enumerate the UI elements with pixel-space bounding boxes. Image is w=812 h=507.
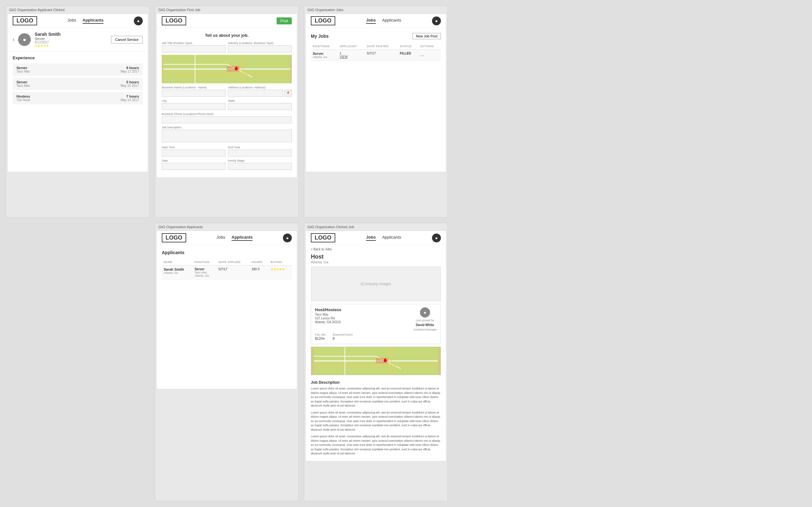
expected-hours-item: Expected hours: 8: [333, 333, 353, 341]
screen-jobs: GiiG Organization Jobs LOGO Jobs Applica…: [304, 6, 448, 218]
nav-applicants-clicked[interactable]: Applicants: [382, 235, 401, 241]
new-job-button[interactable]: New Job Post: [412, 33, 441, 39]
job-title-input[interactable]: [162, 45, 225, 52]
back-arrow-icon[interactable]: ‹: [13, 37, 14, 43]
exp-hours-0: 8 hours: [120, 66, 139, 70]
exp-hours-2: 7 hours: [120, 95, 139, 98]
exp-date-0: May 17 2017: [120, 70, 139, 73]
hourly-wage-input[interactable]: [228, 163, 292, 170]
nav-jobs-applicant-clicked[interactable]: Jobs: [67, 18, 76, 24]
phone-input[interactable]: [162, 116, 292, 123]
state-input[interactable]: [228, 103, 292, 110]
col-applicant: APPLICANT: [338, 43, 365, 50]
table-row: Server Atlanta, Ga 1 VIEW 5/7/17 FILLED: [311, 50, 441, 61]
nav-jobs-clicked[interactable]: Jobs: [366, 235, 375, 241]
applicant-date: 5/17/2017: [35, 41, 61, 44]
jobs-table: POSITIONS APPLICANT DATE POSTED STATUS A…: [311, 43, 441, 61]
map-small-svg: [311, 347, 441, 375]
form-group-city: City: [162, 99, 225, 110]
back-to-jobs-link[interactable]: < Back to Jobs: [306, 245, 446, 253]
screen-clicked-job: GiiG Organization Clicked Job LOGO Jobs …: [304, 223, 448, 501]
applicant-header-left: ‹ ● Sarah Smith Server 5/17/2017 ★★★★★: [13, 32, 61, 48]
poster-title: Assistant Manager: [413, 328, 437, 331]
applicant-full-name: Sarah Smith: [35, 32, 61, 37]
exp-company-0: Taco Mac: [16, 70, 30, 73]
user-icon-jobs[interactable]: ●: [432, 16, 441, 25]
status-filled: FILLED: [400, 52, 411, 55]
td-position: Server Atlanta, Ga: [311, 50, 338, 61]
nav-applicants-link[interactable]: Applicants: [382, 18, 401, 24]
applicant-row[interactable]: Sarah Smith Atlanta, Ga Server Taco Mac,…: [162, 266, 292, 279]
map-placeholder: [162, 55, 292, 83]
business-name-input[interactable]: [162, 90, 225, 97]
exp-role-2: Hostess: [16, 95, 30, 98]
form-group-start-time: Start Time: [162, 146, 225, 157]
company-image: (Company Image): [311, 267, 441, 301]
nav-applicants-applicant-clicked[interactable]: Applicants: [83, 18, 103, 24]
screen-applicant-clicked: GiiG Organization Applicant Clicked LOGO…: [6, 6, 150, 218]
nav-jobs-link[interactable]: Jobs: [366, 18, 375, 24]
applicants-table-header-row: Name Position Date Applied Hours Rating: [162, 259, 292, 266]
td-status: FILLED: [398, 50, 418, 61]
address-input-group: 📍: [228, 90, 292, 97]
form-group-job-title: Job Title (Position Type): [162, 42, 225, 52]
pay-rate-item: Pay rate: $12/hr: [315, 333, 326, 341]
applicants-section-title: Applicants: [162, 250, 292, 255]
city-input[interactable]: [162, 103, 225, 110]
job-desc-textarea[interactable]: [162, 130, 292, 142]
col-rating: Rating: [269, 259, 292, 266]
address-input[interactable]: [228, 90, 283, 97]
nav-applicants-link-active[interactable]: Applicants: [232, 235, 252, 241]
navbar-jobs: LOGO Jobs Applicants ●: [306, 14, 446, 28]
navbar-links-jobs: Jobs Applicants: [366, 18, 401, 24]
screen-title-applicants: GiiG Organization Applicants: [155, 223, 299, 229]
job-desc-para-1: Lorem ipsum dolor sit amet, consectetur …: [311, 387, 441, 408]
experience-item-1: Server Taco Mac 5 hours May 15 2017: [13, 78, 143, 90]
cancel-service-button[interactable]: Cancel Service: [111, 36, 143, 43]
end-time-input[interactable]: [228, 150, 292, 157]
post-button[interactable]: Post: [276, 17, 292, 24]
user-icon-applicants[interactable]: ●: [283, 233, 292, 242]
user-icon-clicked-job[interactable]: ●: [432, 233, 441, 242]
industry-input[interactable]: [228, 45, 292, 52]
hourly-wage-label: Hourly Wage: [228, 159, 292, 162]
navbar-links-clicked-job: Jobs Applicants: [366, 235, 401, 241]
screen-first-job-body: LOGO Post Tell us about your job. Job Ti…: [156, 14, 297, 178]
nav-jobs-link-applicants[interactable]: Jobs: [217, 235, 225, 241]
applicant-role: Server: [35, 37, 61, 41]
jobs-table-header-row: POSITIONS APPLICANT DATE POSTED STATUS A…: [311, 43, 441, 50]
col-status: STATUS: [398, 43, 418, 50]
td-date-posted: 5/7/17: [365, 50, 398, 61]
applicant-avatar: ●: [18, 33, 31, 46]
start-time-input[interactable]: [162, 150, 225, 157]
jobs-section-title: My Jobs: [311, 34, 328, 39]
navbar-clicked-job: LOGO Jobs Applicants ●: [306, 231, 446, 245]
job-header-area: Host Atlanta, Ga: [306, 253, 446, 267]
date-label: Date: [162, 159, 225, 162]
star-rating: ★★★★★: [270, 268, 285, 271]
screen-clicked-job-body: LOGO Jobs Applicants ● < Back to Jobs Ho…: [305, 231, 446, 461]
pay-rate-label: Pay rate:: [315, 333, 326, 336]
just-posted-label: Just posted by: [416, 319, 434, 322]
job-location: Atlanta, Ga: [311, 260, 441, 264]
exp-left-0: Server Taco Mac: [16, 66, 30, 73]
job-card-left: Host/Hostess Taco Mac 537 Lenox Rd Atlan…: [315, 307, 341, 324]
col-actions: ACTIONS: [418, 43, 441, 50]
screen-applicants-body: LOGO Jobs Applicants ● Applicants Name P…: [156, 231, 297, 389]
date-input[interactable]: [162, 163, 225, 170]
form-group-phone: Business Phone (Locations-Phone-Num): [162, 112, 292, 123]
applicant-count: 1: [340, 52, 363, 55]
view-link[interactable]: VIEW: [340, 55, 363, 59]
logo-applicants: LOGO: [162, 233, 186, 242]
map-svg: [162, 55, 292, 83]
location-icon-btn[interactable]: 📍: [284, 90, 292, 97]
form-group-state: State: [228, 99, 292, 110]
poster-avatar: ●: [420, 307, 430, 318]
user-icon-applicant-clicked[interactable]: ●: [134, 16, 143, 25]
actions-menu[interactable]: ...: [420, 52, 424, 57]
city-label: City: [162, 99, 225, 102]
applicant-clicked-content: ‹ ● Sarah Smith Server 5/17/2017 ★★★★★ C…: [8, 28, 148, 110]
navbar-first-job: LOGO Post: [157, 14, 297, 28]
col-name: Name: [162, 259, 193, 266]
job-card-top: Host/Hostess Taco Mac 537 Lenox Rd Atlan…: [315, 307, 437, 331]
